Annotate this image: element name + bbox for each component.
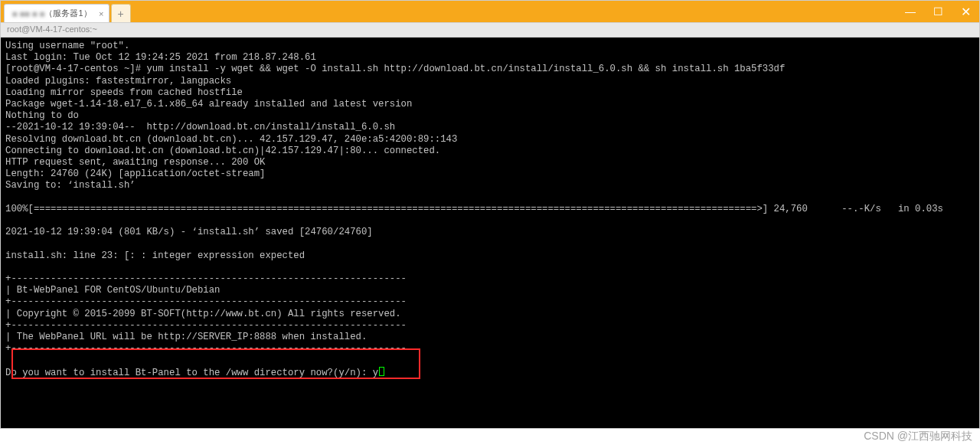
terminal-line: --2021-10-12 19:39:04-- http://download.… <box>5 122 975 133</box>
terminal-line: Package wget-1.14-18.el7_6.1.x86_64 alre… <box>5 99 975 110</box>
close-icon[interactable]: × <box>99 9 103 18</box>
terminal-line: +---------------------------------------… <box>5 320 975 332</box>
address-text: root@VM-4-17-centos:~ <box>7 25 97 34</box>
terminal-line: Last login: Tue Oct 12 19:24:25 2021 fro… <box>5 52 975 64</box>
terminal-line: | Bt-WebPanel FOR CentOS/Ubuntu/Debian <box>5 285 975 296</box>
terminal-line: Connecting to download.bt.cn (download.b… <box>5 146 975 157</box>
terminal-line <box>5 192 975 204</box>
terminal-line: +---------------------------------------… <box>5 343 975 355</box>
terminal-output[interactable]: Using username "root".Last login: Tue Oc… <box>1 38 979 428</box>
close-window-icon: ✕ <box>961 5 971 19</box>
tab-label-blurred: ■ ■■ ■ ■ <box>12 9 44 18</box>
terminal-line: | Copyright © 2015-2099 BT-SOFT(http://w… <box>5 309 975 320</box>
close-window-button[interactable]: ✕ <box>952 1 979 22</box>
tab-server-1[interactable]: ■ ■■ ■ ■ （服务器1） × <box>4 4 109 22</box>
titlebar: ■ ■■ ■ ■ （服务器1） × + — ☐ ✕ <box>1 1 979 22</box>
terminal-line: Using username "root". <box>5 41 975 52</box>
window-controls: — ☐ ✕ <box>897 1 979 22</box>
terminal-line: 2021-10-12 19:39:04 (801 KB/s) - ‘instal… <box>5 227 975 238</box>
terminal-line: +---------------------------------------… <box>5 296 975 308</box>
terminal-line: +---------------------------------------… <box>5 273 975 285</box>
terminal-line <box>5 262 975 273</box>
terminal-line: Loading mirror speeds from cached hostfi… <box>5 87 975 99</box>
terminal-line: Loaded plugins: fastestmirror, langpacks <box>5 76 975 87</box>
cursor-icon <box>379 367 384 376</box>
address-bar[interactable]: root@VM-4-17-centos:~ <box>1 22 979 38</box>
plus-icon: + <box>117 8 123 20</box>
tab-label-suffix: （服务器1） <box>44 8 91 19</box>
terminal-line <box>5 355 975 366</box>
terminal-line: Resolving download.bt.cn (download.bt.cn… <box>5 134 975 146</box>
minimize-button[interactable]: — <box>897 1 924 22</box>
terminal-line: Length: 24760 (24K) [application/octet-s… <box>5 168 975 180</box>
minimize-icon: — <box>905 5 916 18</box>
terminal-line: Do you want to install Bt-Panel to the /… <box>5 367 975 379</box>
terminal-line <box>5 215 975 227</box>
terminal-line: 100%[===================================… <box>5 204 975 215</box>
terminal-line: install.sh: line 23: [: : integer expres… <box>5 250 975 262</box>
maximize-icon: ☐ <box>933 5 943 18</box>
terminal-line: Nothing to do <box>5 110 975 122</box>
tab-strip: ■ ■■ ■ ■ （服务器1） × + <box>1 1 131 22</box>
terminal-line <box>5 238 975 250</box>
terminal-line: Saving to: ‘install.sh’ <box>5 180 975 191</box>
new-tab-button[interactable]: + <box>111 4 131 22</box>
app-window: ■ ■■ ■ ■ （服务器1） × + — ☐ ✕ root@VM-4-17-c… <box>0 0 980 429</box>
terminal-line: | The WebPanel URL will be http://SERVER… <box>5 332 975 343</box>
watermark: CSDN @江西驰网科技 <box>864 430 972 443</box>
terminal-line: HTTP request sent, awaiting response... … <box>5 157 975 168</box>
terminal-line: [root@VM-4-17-centos ~]# yum install -y … <box>5 64 975 75</box>
maximize-button[interactable]: ☐ <box>924 1 952 22</box>
